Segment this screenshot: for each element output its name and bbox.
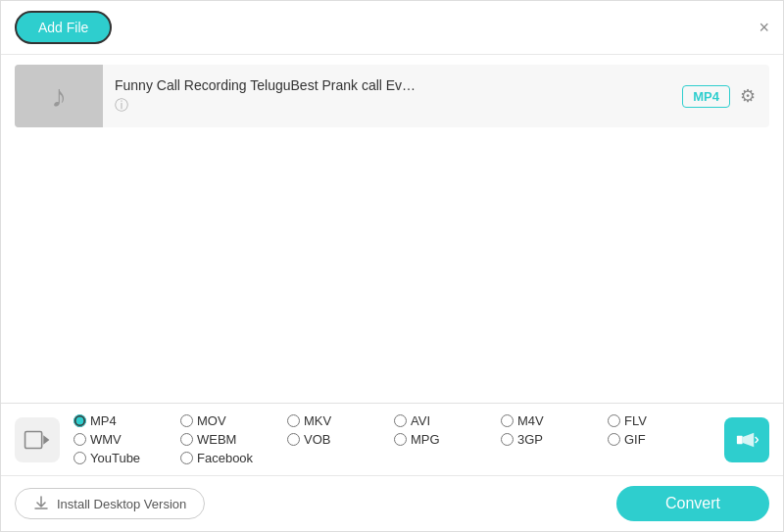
file-item: ♪ Funny Call Recording TeluguBest Prank … <box>15 65 769 127</box>
svg-marker-1 <box>43 435 49 444</box>
format-option-mpg[interactable]: MPG <box>394 432 501 447</box>
format-option-flv[interactable]: FLV <box>608 413 714 428</box>
format-grid: MP4 MOV MKV AVI M4V FLV WMV WEB <box>74 413 714 465</box>
format-option-mp4[interactable]: MP4 <box>74 413 180 428</box>
format-section: MP4 MOV MKV AVI M4V FLV WMV WEB <box>1 404 783 476</box>
file-actions: MP4 ⚙ <box>682 85 769 108</box>
svg-rect-2 <box>737 435 743 444</box>
file-info: Funny Call Recording TeluguBest Prank ca… <box>103 70 682 122</box>
video-format-icon[interactable] <box>15 417 60 462</box>
download-icon <box>33 496 49 511</box>
close-button[interactable]: × <box>759 19 769 36</box>
format-option-facebook[interactable]: Facebook <box>180 451 287 465</box>
file-list: ♪ Funny Call Recording TeluguBest Prank … <box>1 55 783 359</box>
action-bar: Install Desktop Version Convert <box>1 476 783 531</box>
svg-rect-0 <box>25 431 42 448</box>
file-thumbnail: ♪ <box>15 65 103 127</box>
format-option-mov[interactable]: MOV <box>180 413 287 428</box>
settings-icon[interactable]: ⚙ <box>740 85 756 107</box>
format-option-avi[interactable]: AVI <box>394 413 501 428</box>
format-option-mkv[interactable]: MKV <box>287 413 394 428</box>
install-desktop-button[interactable]: Install Desktop Version <box>15 488 205 519</box>
format-option-youtube[interactable]: YouTube <box>74 451 180 465</box>
audio-format-icon[interactable] <box>724 417 769 462</box>
music-note-icon: ♪ <box>51 78 67 115</box>
format-option-3gp[interactable]: 3GP <box>501 432 608 447</box>
format-option-gif[interactable]: GIF <box>608 432 714 447</box>
format-option-webm[interactable]: WEBM <box>180 432 287 447</box>
convert-button[interactable]: Convert <box>616 486 769 521</box>
top-bar: Add File × <box>1 1 783 55</box>
file-name: Funny Call Recording TeluguBest Prank ca… <box>115 77 670 93</box>
bottom-panel: MP4 MOV MKV AVI M4V FLV WMV WEB <box>1 403 783 531</box>
info-icon[interactable]: ⓘ <box>115 97 670 115</box>
format-option-vob[interactable]: VOB <box>287 432 394 447</box>
format-option-wmv[interactable]: WMV <box>74 432 180 447</box>
format-option-m4v[interactable]: M4V <box>501 413 608 428</box>
svg-line-4 <box>756 440 759 443</box>
format-badge[interactable]: MP4 <box>682 85 730 108</box>
add-file-button[interactable]: Add File <box>15 11 112 44</box>
install-label: Install Desktop Version <box>57 497 186 511</box>
